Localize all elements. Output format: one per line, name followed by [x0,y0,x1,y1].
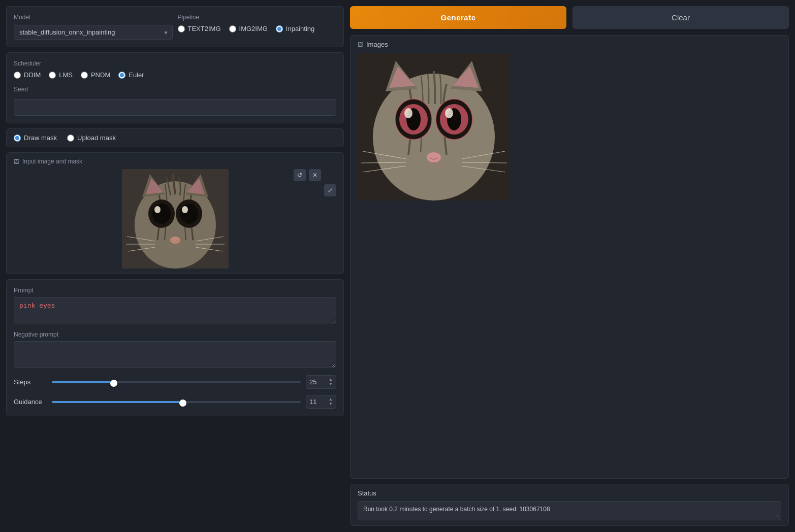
close-image-button[interactable]: ✕ [309,169,321,181]
status-title: Status [358,489,781,497]
scheduler-lms-radio[interactable] [49,72,56,79]
svg-point-8 [152,204,171,224]
images-card: 🖼 Images [350,35,789,479]
scheduler-label: Scheduler [14,60,336,67]
model-section: Model stable_diffusion_onnx_inpaintingst… [14,14,173,40]
upload-mask-label: Upload mask [77,134,116,142]
guidance-label: Guidance [14,398,47,406]
guidance-slider[interactable] [52,402,301,404]
scheduler-pndm-label: PNDM [91,71,110,79]
guidance-up-arrow[interactable]: ▲ [329,397,333,402]
images-icon: 🖼 [358,42,363,48]
pipeline-text2img[interactable]: TEXT2IMG [178,25,221,32]
output-cat-image [358,53,510,201]
pipeline-radio-group: TEXT2IMG IMG2IMG Inpainting [178,25,337,32]
scheduler-ddim[interactable]: DDIM [14,71,41,79]
scheduler-ddim-radio[interactable] [14,72,21,79]
prompt-card: Prompt pink eyes Negative prompt Steps 2… [6,279,344,416]
mask-options-card: Draw mask Upload mask [6,128,344,147]
guidance-value: 11 [309,398,316,406]
pipeline-img2img-label: IMG2IMG [239,25,268,32]
steps-down-arrow[interactable]: ▼ [329,382,333,386]
steps-value-box: 25 ▲ ▼ [306,375,336,389]
input-image-container: ↺ ✕ ⤢ [14,169,336,269]
negative-prompt-input[interactable] [14,341,336,368]
scheduler-card: Scheduler DDIM LMS PNDM Euler [6,52,344,123]
images-header: 🖼 Images [358,41,781,48]
pipeline-section: Pipeline TEXT2IMG IMG2IMG Inpainting [178,14,337,40]
resize-icon: ⤡ [776,513,780,519]
draw-mask-label: Draw mask [24,134,57,142]
prompt-input[interactable]: pink eyes [14,297,336,323]
pipeline-img2img[interactable]: IMG2IMG [229,25,268,32]
pipeline-inpainting-label: Inpainting [286,25,314,32]
reset-image-button[interactable]: ↺ [294,169,306,181]
steps-value: 25 [309,378,316,386]
guidance-slider-container [52,398,301,406]
steps-slider[interactable] [52,382,301,384]
pipeline-img2img-radio[interactable] [229,25,236,32]
pipeline-text2img-radio[interactable] [178,25,185,32]
scheduler-euler-radio[interactable] [118,72,125,79]
seed-input[interactable] [14,99,336,116]
svg-point-32 [445,108,453,118]
svg-point-31 [404,108,412,118]
input-image-label: Input image and mask [22,158,82,165]
status-card: Status Run took 0.2 minutes to generate … [350,484,789,526]
model-label: Model [14,14,173,21]
scheduler-lms-label: LMS [59,71,73,79]
left-panel: Model stable_diffusion_onnx_inpaintingst… [6,6,344,526]
guidance-row: Guidance 11 ▲ ▼ [14,395,336,409]
svg-point-10 [154,206,161,213]
scheduler-lms[interactable]: LMS [49,71,73,79]
scheduler-ddim-label: DDIM [24,71,41,79]
upload-mask-radio[interactable] [67,135,74,142]
seed-label: Seed [14,86,336,93]
clear-button[interactable]: Clear [573,6,789,29]
model-select[interactable]: stable_diffusion_onnx_inpaintingstable_d… [14,25,173,40]
pipeline-label: Pipeline [178,14,337,21]
images-label: Images [366,41,388,48]
scheduler-pndm-radio[interactable] [81,72,88,79]
pipeline-inpainting[interactable]: Inpainting [276,25,314,32]
guidance-value-box: 11 ▲ ▼ [306,395,336,409]
steps-up-arrow[interactable]: ▲ [329,378,333,382]
image-actions: ↺ ✕ ⤢ [294,169,336,196]
scheduler-radio-group: DDIM LMS PNDM Euler [14,71,336,79]
input-cat-image [122,169,229,269]
guidance-spinner[interactable]: ▲ ▼ [329,397,333,406]
generate-button[interactable]: Generate [350,6,566,29]
scheduler-euler[interactable]: Euler [118,71,144,79]
prompt-label: Prompt [14,287,336,294]
right-panel: Generate Clear 🖼 Images [350,6,789,526]
draw-mask-option[interactable]: Draw mask [14,134,57,142]
pipeline-inpainting-radio[interactable] [276,25,283,32]
scheduler-euler-label: Euler [129,71,144,79]
output-image-grid [358,53,781,201]
steps-spinner[interactable]: ▲ ▼ [329,378,333,386]
scheduler-pndm[interactable]: PNDM [81,71,110,79]
model-pipeline-card: Model stable_diffusion_onnx_inpaintingst… [6,6,344,47]
status-text: Run took 0.2 minutes to generate a batch… [363,506,550,513]
negative-prompt-label: Negative prompt [14,331,336,338]
draw-mask-radio[interactable] [14,135,21,142]
guidance-down-arrow[interactable]: ▼ [329,402,333,406]
image-icon: 🖼 [14,158,19,164]
expand-image-button[interactable]: ⤢ [324,184,336,196]
pipeline-text2img-label: TEXT2IMG [188,25,221,32]
upload-mask-option[interactable]: Upload mask [67,134,116,142]
top-buttons: Generate Clear [350,6,789,30]
svg-point-9 [180,204,198,224]
input-image-card: 🖼 Input image and mask [6,152,344,274]
svg-point-11 [182,206,188,213]
steps-slider-container [52,378,301,386]
svg-point-20 [373,74,495,201]
input-image-header: 🖼 Input image and mask [14,158,336,165]
steps-label: Steps [14,378,47,386]
steps-row: Steps 25 ▲ ▼ [14,375,336,389]
status-text-box: Run took 0.2 minutes to generate a batch… [358,501,781,520]
